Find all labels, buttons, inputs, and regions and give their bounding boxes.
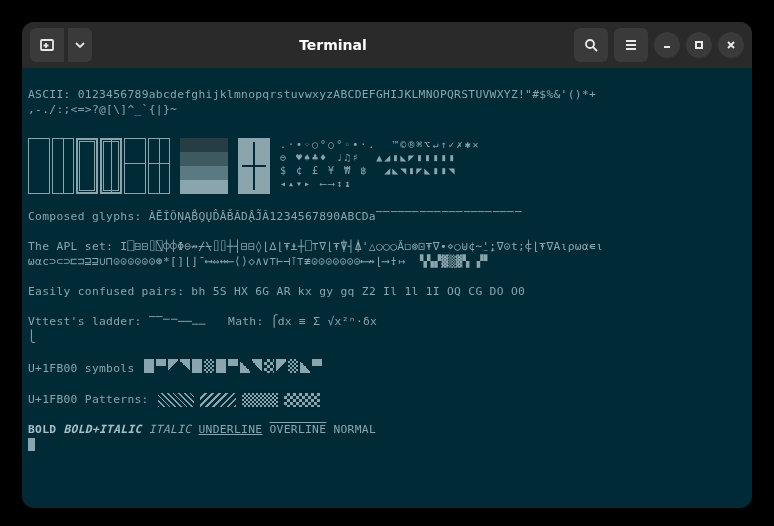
composed-glyphs: ÀĒĨÕŅĄB̊Q̣ŲD̂ÂB̌ĂD̨ÂJ̃Ã1234567890ABCDa⎺⎺… xyxy=(149,210,522,223)
new-tab-icon xyxy=(39,37,55,53)
new-tab-dropdown[interactable] xyxy=(68,28,92,62)
vttest-ladder: ⎺⎺⎻⎻──⎽⎽ xyxy=(149,315,207,328)
style-overline: OVERLINE xyxy=(270,423,327,436)
window-title: Terminal xyxy=(98,37,568,53)
window-glyph xyxy=(238,138,270,194)
u1fb-patterns xyxy=(158,392,326,407)
style-underline: UNDERLINE xyxy=(198,423,262,436)
u1fb-sym-label: U+1FB00 symbols xyxy=(28,361,142,376)
ascii-line1: 0123456789abcdefghijklmnopqrstuvwxyzABCD… xyxy=(78,88,596,101)
close-button[interactable] xyxy=(718,32,744,58)
symbol-grid: .·•◦○°◯°◦•·. ™©®⌘⌥↵↑✓✗✱✕ ⊖ ♥♠♣♦ ♩♫♯ ▲◢▮◣… xyxy=(280,138,481,190)
box-group xyxy=(28,138,170,194)
new-tab-button[interactable] xyxy=(30,28,64,62)
search-icon xyxy=(583,37,599,53)
svg-rect-2 xyxy=(696,42,702,48)
close-icon xyxy=(726,40,736,50)
u1fb-symbols-row: U+1FB00 symbols xyxy=(28,359,746,377)
terminal-content[interactable]: ASCII: 0123456789abcdefghijklmnopqrstuvw… xyxy=(22,68,752,471)
maximize-icon xyxy=(694,40,704,50)
hamburger-icon xyxy=(623,37,639,53)
composed-label: Composed glyphs: xyxy=(28,210,149,223)
u1fb-pat-label: U+1FB00 Patterns: xyxy=(28,392,156,407)
titlebar: Terminal xyxy=(22,22,752,68)
apl-line1: I⎕⊟⊟⌷⍂⌽⌽Φ⊖↛⌿⍀⌷⌷┼┤⊟⊟◊⌊∆⌊⍕⍎┼⎕⊤∇⌊⍕⍒┤⍋'△○○○Ǎ… xyxy=(120,240,603,253)
apl-label: The APL set: xyxy=(28,240,120,253)
maximize-button[interactable] xyxy=(686,32,712,58)
gradient-block xyxy=(180,138,228,194)
titlebar-left xyxy=(30,28,92,62)
minimize-button[interactable] xyxy=(654,32,680,58)
chevron-down-icon xyxy=(72,37,88,53)
svg-point-1 xyxy=(586,40,594,48)
search-button[interactable] xyxy=(574,28,608,62)
u1fb-symbols xyxy=(144,359,324,377)
confused-pairs: bh 5S HX 6G AR kx gy gq Z2 Il 1l 1I OQ C… xyxy=(191,285,525,298)
minimize-icon xyxy=(662,40,672,50)
style-italic: ITALIC xyxy=(149,423,192,436)
u1fb-patterns-row: U+1FB00 Patterns: xyxy=(28,392,746,407)
ascii-label: ASCII: xyxy=(28,88,78,101)
cursor xyxy=(28,438,35,451)
math-label: Math: xyxy=(207,315,271,328)
box-drawing-row: .·•◦○°◯°◦•·. ™©®⌘⌥↵↑✓✗✱✕ ⊖ ♥♠♣♦ ♩♫♯ ▲◢▮◣… xyxy=(28,138,746,194)
titlebar-right xyxy=(574,28,744,62)
confused-label: Easily confused pairs: xyxy=(28,285,191,298)
style-normal: NORMAL xyxy=(333,423,376,436)
style-bold: BOLD xyxy=(28,423,56,436)
terminal-window: Terminal ASCII: 0123456789abcdefghijklmn… xyxy=(22,22,752,508)
ascii-line2: ,-./:;<=>?@[\]^_`{|}~ xyxy=(28,103,177,116)
style-bold-italic: BOLD+ITALIC xyxy=(64,423,142,436)
vttest-label: Vttest's ladder: xyxy=(28,315,149,328)
apl-line2: ⍵αс⊃⊂⊃⊏⊐⊒⊒∪⊓⊙⊙⊙⊙⊙⊙⊛*[]⌊⌋¯⟷⇔↔⟵⟨⟩◇∧∨⊤⊢⊣⊺⊤≢… xyxy=(28,255,498,268)
menu-button[interactable] xyxy=(614,28,648,62)
